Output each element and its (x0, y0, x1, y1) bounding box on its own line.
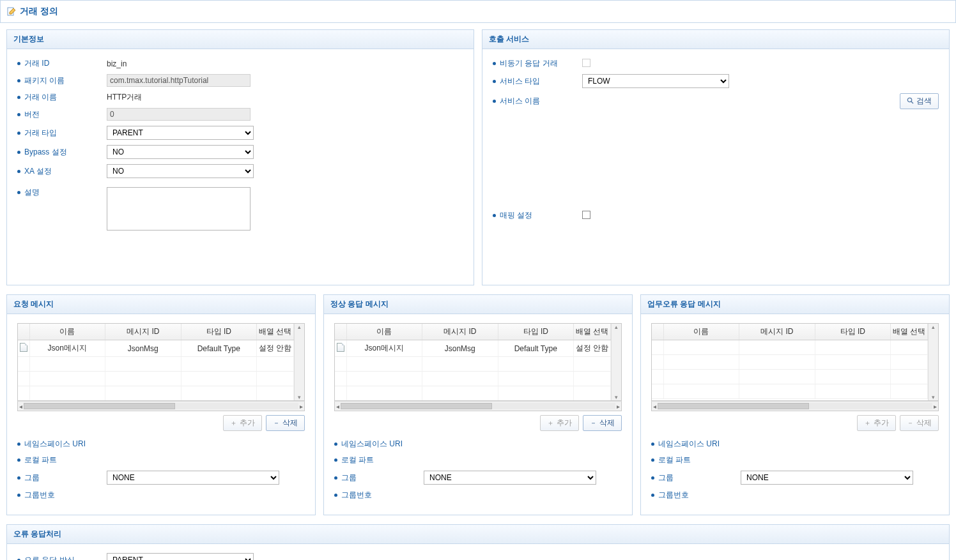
add-button-bizerror-response[interactable]: ＋추가 (857, 415, 896, 431)
label-desc: 설명 (24, 187, 40, 198)
bullet-icon (17, 62, 20, 65)
grid-bizerror-response[interactable]: 이름메시지 ID타입 ID배열 선택 ▴▾ (651, 323, 939, 401)
input-version[interactable] (107, 108, 251, 121)
col-msgid: 메시지 ID (739, 324, 815, 340)
bullet-icon (17, 458, 20, 462)
bullet-icon (334, 494, 337, 497)
bullet-icon (651, 476, 654, 480)
label-txn-name: 거래 이름 (24, 92, 57, 103)
row-doc-icon (20, 343, 27, 352)
panel-call-header: 호출 서비스 (482, 30, 949, 49)
col-typeid: 타입 ID (815, 324, 891, 340)
col-msgid: 메시지 ID (422, 324, 498, 340)
value-txn-id: biz_in (107, 59, 127, 68)
plus-icon: ＋ (547, 418, 554, 428)
panel-msg-normal-response-header: 정상 응답 메시지 (324, 295, 632, 314)
col-typeid: 타입 ID (181, 324, 257, 340)
grid-normal-response[interactable]: 이름메시지 ID타입 ID배열 선택Json메시지JsonMsgDefault … (334, 323, 622, 401)
delete-button-bizerror-response[interactable]: －삭제 (900, 415, 939, 431)
cell-name: Json메시지 (346, 340, 422, 357)
col-arrsel: 배열 선택 (257, 324, 294, 340)
label-nsUri-request: 네임스페이스 URI (24, 439, 86, 450)
col-arrsel: 배열 선택 (574, 324, 611, 340)
label-async-resp: 비동기 응답 거래 (500, 58, 558, 69)
label-groupNo-normal-response: 그룹번호 (341, 490, 372, 501)
grid-request[interactable]: 이름메시지 ID타입 ID배열 선택Json메시지JsonMsgDefault … (17, 323, 305, 401)
label-svc-name: 서비스 이름 (500, 96, 540, 107)
table-row (652, 340, 928, 355)
vscrollbar[interactable]: ▴▾ (611, 324, 621, 400)
cell-msgid: JsonMsg (105, 340, 181, 357)
textarea-desc[interactable] (107, 187, 251, 231)
bullet-icon (493, 100, 496, 103)
table-row (18, 372, 294, 386)
bullet-icon (493, 62, 496, 65)
table-row (335, 357, 611, 372)
label-nsUri-normal-response: 네임스페이스 URI (341, 439, 403, 450)
search-button-label: 검색 (916, 96, 932, 107)
bullet-icon (17, 96, 20, 99)
bullet-icon (17, 151, 20, 154)
checkbox-async-resp[interactable] (582, 59, 590, 67)
bullet-icon (651, 494, 654, 497)
label-xa: XA 설정 (24, 166, 52, 177)
bullet-icon (17, 191, 20, 194)
select-group-bizerror-response[interactable]: NONE (741, 471, 913, 485)
edit-icon (7, 7, 16, 16)
value-txn-name: HTTP거래 (107, 93, 142, 102)
col-arrsel: 배열 선택 (891, 324, 928, 340)
delete-button-normal-response[interactable]: －삭제 (583, 415, 622, 431)
table-row[interactable]: Json메시지JsonMsgDefault Type설정 안함 (18, 340, 294, 357)
hscrollbar[interactable]: ◂▸ (334, 401, 622, 411)
search-icon (907, 97, 914, 105)
label-group-normal-response: 그룹 (341, 473, 357, 483)
select-group-request[interactable]: NONE (107, 471, 279, 485)
table-row (18, 386, 294, 401)
select-bypass[interactable]: NO (107, 145, 254, 159)
minus-icon: － (273, 418, 280, 428)
svg-point-1 (907, 98, 911, 102)
select-svc-type[interactable]: FLOW (582, 74, 729, 88)
minus-icon: － (907, 418, 914, 428)
add-button-request[interactable]: ＋추가 (223, 415, 262, 431)
table-row (335, 372, 611, 386)
label-group-bizerror-response: 그룹 (658, 473, 674, 483)
label-txn-id: 거래 ID (24, 58, 49, 69)
content: 기본정보 거래 ID biz_in 패키지 이름 거래 이름 HTTP거래 버전 (0, 23, 956, 560)
bullet-icon (17, 476, 20, 480)
panel-basic-header: 기본정보 (7, 30, 474, 49)
label-err-mode: 오류 응답 방식 (24, 555, 75, 561)
select-txn-type[interactable]: PARENT (107, 126, 254, 140)
cell-name: Json메시지 (29, 340, 105, 357)
col-name: 이름 (663, 324, 739, 340)
add-button-normal-response[interactable]: ＋추가 (540, 415, 579, 431)
checkbox-mapping[interactable] (582, 211, 590, 219)
bullet-icon (493, 80, 496, 83)
plus-icon: ＋ (864, 418, 871, 428)
table-row[interactable]: Json메시지JsonMsgDefault Type설정 안함 (335, 340, 611, 357)
table-row (335, 386, 611, 401)
label-svc-type: 서비스 타입 (500, 76, 540, 87)
input-pkg-name[interactable] (107, 74, 251, 87)
hscrollbar[interactable]: ◂▸ (651, 401, 939, 411)
select-group-normal-response[interactable]: NONE (424, 471, 596, 485)
table-row (652, 384, 928, 399)
bullet-icon (17, 443, 20, 446)
bullet-icon (17, 79, 20, 82)
hscrollbar[interactable]: ◂▸ (17, 401, 305, 411)
select-err-mode[interactable]: PARENT (107, 553, 254, 560)
table-row (652, 355, 928, 370)
panel-msg-bizerror-response: 업무오류 응답 메시지이름메시지 ID타입 ID배열 선택 ▴▾◂▸＋추가－삭제… (640, 294, 950, 515)
vscrollbar[interactable]: ▴▾ (928, 324, 938, 400)
select-xa[interactable]: NO (107, 164, 254, 178)
bullet-icon (334, 443, 337, 446)
vscrollbar[interactable]: ▴▾ (294, 324, 304, 400)
panel-msg-normal-response: 정상 응답 메시지이름메시지 ID타입 ID배열 선택Json메시지JsonMs… (323, 294, 633, 515)
col-name: 이름 (346, 324, 422, 340)
panel-msg-request-header: 요청 메시지 (7, 295, 315, 314)
label-nsUri-bizerror-response: 네임스페이스 URI (658, 439, 720, 450)
bullet-icon (17, 113, 20, 116)
delete-button-request[interactable]: －삭제 (266, 415, 305, 431)
minus-icon: － (590, 418, 597, 428)
search-button[interactable]: 검색 (900, 93, 939, 109)
